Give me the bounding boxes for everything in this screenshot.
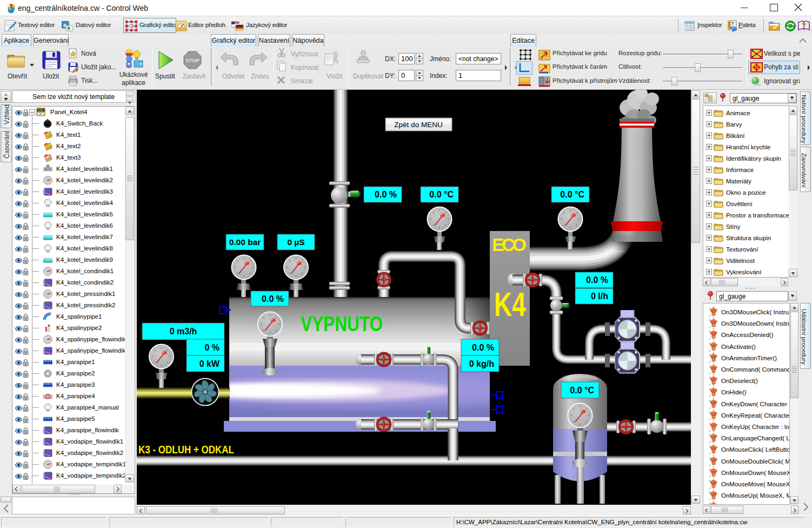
svg-text:STOP: STOP [185,57,199,63]
svg-text:0 l/h: 0 l/h [591,292,608,301]
svg-text:?: ? [802,21,806,29]
svg-text:K3 - ODLUH + ODKAL: K3 - ODLUH + ODKAL [138,444,234,456]
svg-text:0.0 °C: 0.0 °C [429,190,454,199]
svg-text:Zpět do MENU: Zpět do MENU [394,121,442,129]
svg-text:0.0 %: 0.0 % [262,294,284,303]
svg-text:0 µS: 0 µS [287,237,304,247]
svg-text:0 kg/h: 0 kg/h [469,359,494,368]
svg-text:ECO: ECO [492,234,527,255]
svg-text:T: T [731,21,734,26]
svg-text:0.00 bar: 0.00 bar [229,237,261,247]
svg-text:0.0 %: 0.0 % [472,343,494,352]
svg-text:0.0 °C: 0.0 °C [560,190,584,199]
svg-text:0.0 %: 0.0 % [586,275,608,285]
svg-text:0.0 °C: 0.0 °C [570,386,594,395]
svg-text:K4: K4 [494,285,526,323]
svg-text:VYPNUTO: VYPNUTO [301,313,383,335]
svg-text:0 kW: 0 kW [199,359,220,368]
svg-text:0 %: 0 % [204,343,219,352]
svg-text:0.0 %: 0.0 % [375,190,397,199]
svg-text:0 m3/h: 0 m3/h [170,327,197,336]
